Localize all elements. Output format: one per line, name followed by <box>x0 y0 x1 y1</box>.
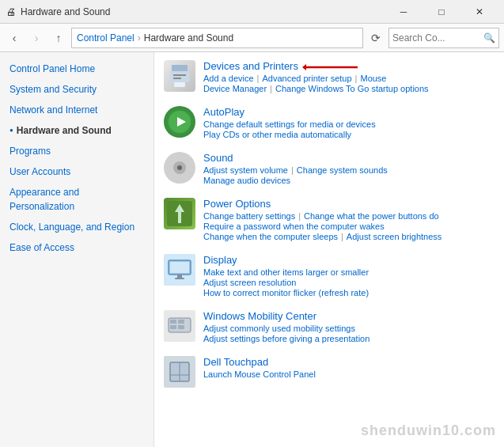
link-advanced-printer-setup[interactable]: Advanced printer setup <box>262 74 351 83</box>
main-content: Control Panel Home System and Security N… <box>0 52 504 447</box>
close-button[interactable]: ✕ <box>461 0 498 24</box>
link-change-system-sounds[interactable]: Change system sounds <box>297 165 388 175</box>
mobility-icon <box>164 310 195 342</box>
link-change-default-settings[interactable]: Change default settings for media or dev… <box>203 119 376 129</box>
autoplay-icon <box>164 106 195 138</box>
autoplay-links: Change default settings for media or dev… <box>203 119 495 129</box>
power-details: Power Options Change battery settings | … <box>203 198 495 241</box>
sidebar-item-appearance[interactable]: Appearance and Personalization <box>0 182 153 217</box>
sound-svg <box>167 155 192 180</box>
mobility-links: Adjust commonly used mobility settings <box>203 324 495 333</box>
back-button[interactable]: ‹ <box>5 28 24 47</box>
link-launch-mouse-control-panel[interactable]: Launch Mouse Control Panel <box>203 369 316 379</box>
maximize-button[interactable]: □ <box>423 0 460 24</box>
mobility-title[interactable]: Windows Mobility Center <box>203 310 495 322</box>
display-svg <box>167 257 192 282</box>
sidebar-item-label-hardware: Hardware and Sound <box>17 123 112 138</box>
section-display: Display Make text and other items larger… <box>164 254 495 297</box>
link-mouse[interactable]: Mouse <box>360 74 386 83</box>
svg-rect-2 <box>173 74 186 76</box>
svg-rect-0 <box>172 65 188 71</box>
sound-links: Adjust system volume | Change system sou… <box>203 165 495 175</box>
content-area: Devices and Printers Add a device | Adva… <box>154 52 504 447</box>
breadcrumb-hardware-sound[interactable]: Hardware and Sound <box>144 32 233 44</box>
devices-printers-title[interactable]: Devices and Printers <box>203 60 298 72</box>
sidebar-item-programs[interactable]: Programs <box>0 141 153 161</box>
sidebar-item-clock-language[interactable]: Clock, Language, and Region <box>0 217 153 237</box>
power-svg <box>167 201 192 226</box>
printer-svg <box>167 63 192 89</box>
touchpad-icon <box>164 356 195 388</box>
search-icon: 🔍 <box>483 32 495 44</box>
sidebar-item-system-security[interactable]: System and Security <box>0 79 153 100</box>
display-links: Make text and other items larger or smal… <box>203 267 495 277</box>
link-windows-to-go[interactable]: Change Windows To Go startup options <box>275 84 429 93</box>
svg-rect-19 <box>170 320 176 324</box>
mobility-details: Windows Mobility Center Adjust commonly … <box>203 310 495 343</box>
link-mobility-settings[interactable]: Adjust commonly used mobility settings <box>203 324 355 333</box>
link-adjust-brightness[interactable]: Adjust screen brightness <box>347 232 441 241</box>
link-change-computer-sleeps[interactable]: Change when the computer sleeps <box>203 232 338 241</box>
svg-rect-3 <box>173 78 181 79</box>
svg-rect-22 <box>178 325 184 329</box>
link-change-battery-settings[interactable]: Change battery settings <box>203 211 295 221</box>
up-button[interactable]: ↑ <box>49 28 68 47</box>
section-autoplay: AutoPlay Change default settings for med… <box>164 106 495 139</box>
sidebar-bullet-hardware: ● Hardware and Sound <box>9 123 144 138</box>
section-power-options: Power Options Change battery settings | … <box>164 198 495 241</box>
power-links: Change battery settings | Change what th… <box>203 211 495 221</box>
display-links3: How to correct monitor flicker (refresh … <box>203 288 495 297</box>
breadcrumb-control-panel[interactable]: Control Panel <box>77 32 135 44</box>
breadcrumb-bar: Control Panel › Hardware and Sound <box>71 28 363 48</box>
link-adjust-resolution[interactable]: Adjust screen resolution <box>203 278 296 287</box>
link-require-password[interactable]: Require a password when the computer wak… <box>203 222 385 231</box>
sound-title[interactable]: Sound <box>203 152 495 164</box>
link-correct-flicker[interactable]: How to correct monitor flicker (refresh … <box>203 288 369 297</box>
section-sound: Sound Adjust system volume | Change syst… <box>164 152 495 185</box>
svg-rect-20 <box>178 320 184 324</box>
svg-rect-21 <box>170 325 176 329</box>
link-play-cds[interactable]: Play CDs or other media automatically <box>203 130 351 139</box>
refresh-button[interactable]: ⟳ <box>366 28 385 47</box>
red-arrow-annotation <box>302 61 362 74</box>
link-add-device[interactable]: Add a device <box>203 74 254 83</box>
devices-printers-links: Add a device | Advanced printer setup | … <box>203 74 495 83</box>
sidebar-item-network-internet[interactable]: Network and Internet <box>0 100 153 120</box>
power-links3: Change when the computer sleeps | Adjust… <box>203 232 495 241</box>
window-title: Hardware and Sound <box>21 6 110 17</box>
display-icon <box>164 254 195 286</box>
touchpad-title[interactable]: Dell Touchpad <box>203 356 495 368</box>
link-presentation-settings[interactable]: Adjust settings before giving a presenta… <box>203 334 369 343</box>
touchpad-svg <box>167 359 192 384</box>
svg-marker-6 <box>302 64 306 70</box>
window-controls: ─ □ ✕ <box>385 0 498 24</box>
link-power-buttons[interactable]: Change what the power buttons do <box>304 211 439 221</box>
sidebar-item-hardware-sound: ● Hardware and Sound <box>0 120 153 141</box>
sound-icon <box>164 152 195 184</box>
sidebar-item-user-accounts[interactable]: User Accounts <box>0 161 153 182</box>
sound-details: Sound Adjust system volume | Change syst… <box>203 152 495 185</box>
search-box: 🔍 <box>388 28 499 48</box>
search-input[interactable] <box>392 32 480 44</box>
link-text-larger[interactable]: Make text and other items larger or smal… <box>203 267 369 277</box>
display-details: Display Make text and other items larger… <box>203 254 495 297</box>
sidebar-item-ease-of-access[interactable]: Ease of Access <box>0 237 153 258</box>
svg-rect-1 <box>170 71 189 82</box>
forward-button[interactable]: › <box>27 28 46 47</box>
autoplay-title[interactable]: AutoPlay <box>203 106 495 118</box>
link-adjust-system-volume[interactable]: Adjust system volume <box>203 165 288 175</box>
devices-printers-icon <box>164 60 195 92</box>
display-title[interactable]: Display <box>203 254 495 266</box>
power-title[interactable]: Power Options <box>203 198 495 210</box>
link-device-manager[interactable]: Device Manager <box>203 84 267 93</box>
sound-links2: Manage audio devices <box>203 176 495 185</box>
bullet-icon: ● <box>9 126 13 135</box>
autoplay-svg <box>167 109 192 134</box>
arrow-container: Devices and Printers <box>203 60 298 74</box>
devices-printers-links2: Device Manager | Change Windows To Go st… <box>203 84 495 93</box>
title-bar-left: 🖨 Hardware and Sound <box>6 6 110 17</box>
svg-rect-16 <box>177 275 182 278</box>
minimize-button[interactable]: ─ <box>385 0 422 24</box>
link-manage-audio-devices[interactable]: Manage audio devices <box>203 176 290 185</box>
sidebar-item-control-panel-home[interactable]: Control Panel Home <box>0 59 153 79</box>
